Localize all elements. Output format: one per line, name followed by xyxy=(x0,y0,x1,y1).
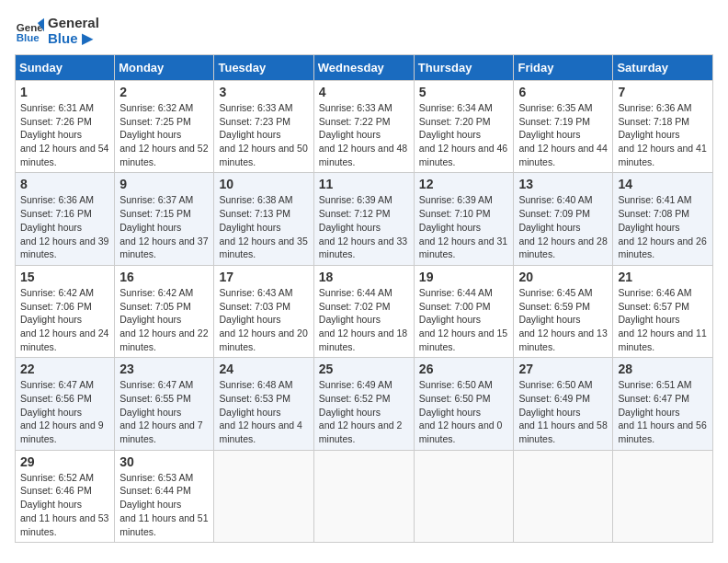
day-number: 2 xyxy=(119,85,209,99)
day-detail: Sunrise: 6:31 AMSunset: 7:26 PMDaylight … xyxy=(20,102,108,167)
day-detail: Sunrise: 6:36 AMSunset: 7:16 PMDaylight … xyxy=(20,194,108,259)
calendar-cell: 19 Sunrise: 6:44 AMSunset: 7:00 PMDaylig… xyxy=(414,265,514,357)
day-number: 14 xyxy=(618,177,708,191)
calendar-cell xyxy=(214,450,313,542)
day-number: 30 xyxy=(119,454,209,469)
calendar-cell xyxy=(613,450,713,542)
calendar-cell: 13 Sunrise: 6:40 AMSunset: 7:09 PMDaylig… xyxy=(514,173,613,265)
day-detail: Sunrise: 6:44 AMSunset: 7:02 PMDaylight … xyxy=(319,287,407,352)
day-detail: Sunrise: 6:35 AMSunset: 7:19 PMDaylight … xyxy=(518,102,607,167)
col-thursday: Thursday xyxy=(414,55,514,81)
day-detail: Sunrise: 6:33 AMSunset: 7:22 PMDaylight … xyxy=(319,102,407,167)
day-number: 12 xyxy=(419,177,509,191)
day-number: 22 xyxy=(20,362,109,376)
calendar-cell: 28 Sunrise: 6:51 AMSunset: 6:47 PMDaylig… xyxy=(613,358,713,450)
day-detail: Sunrise: 6:41 AMSunset: 7:08 PMDaylight … xyxy=(618,194,706,259)
calendar-cell: 10 Sunrise: 6:38 AMSunset: 7:13 PMDaylig… xyxy=(214,173,313,265)
calendar-cell: 11 Sunrise: 6:39 AMSunset: 7:12 PMDaylig… xyxy=(313,173,414,265)
day-number: 24 xyxy=(219,362,308,376)
col-tuesday: Tuesday xyxy=(214,55,313,81)
calendar-cell: 9 Sunrise: 6:37 AMSunset: 7:15 PMDayligh… xyxy=(115,173,214,265)
day-detail: Sunrise: 6:39 AMSunset: 7:10 PMDaylight … xyxy=(419,194,507,259)
logo-icon: General Blue xyxy=(15,17,44,46)
day-number: 8 xyxy=(20,177,109,191)
calendar-cell: 12 Sunrise: 6:39 AMSunset: 7:10 PMDaylig… xyxy=(414,173,514,265)
day-number: 26 xyxy=(419,362,509,376)
calendar-cell: 4 Sunrise: 6:33 AMSunset: 7:22 PMDayligh… xyxy=(313,81,414,173)
calendar-cell: 23 Sunrise: 6:47 AMSunset: 6:55 PMDaylig… xyxy=(115,358,214,450)
logo: General Blue General Blue ▶ xyxy=(15,15,99,47)
calendar-cell: 1 Sunrise: 6:31 AMSunset: 7:26 PMDayligh… xyxy=(16,81,115,173)
col-wednesday: Wednesday xyxy=(313,55,414,81)
calendar-cell: 7 Sunrise: 6:36 AMSunset: 7:18 PMDayligh… xyxy=(613,81,713,173)
calendar-cell: 6 Sunrise: 6:35 AMSunset: 7:19 PMDayligh… xyxy=(514,81,613,173)
day-detail: Sunrise: 6:45 AMSunset: 6:59 PMDaylight … xyxy=(518,287,607,352)
day-detail: Sunrise: 6:43 AMSunset: 7:03 PMDaylight … xyxy=(219,287,307,352)
day-number: 15 xyxy=(20,270,109,284)
calendar-cell: 24 Sunrise: 6:48 AMSunset: 6:53 PMDaylig… xyxy=(214,358,313,450)
day-number: 16 xyxy=(119,270,209,284)
col-friday: Friday xyxy=(514,55,613,81)
day-number: 6 xyxy=(518,85,608,99)
day-number: 17 xyxy=(219,270,308,284)
day-detail: Sunrise: 6:47 AMSunset: 6:55 PMDaylight … xyxy=(119,379,203,444)
col-monday: Monday xyxy=(115,55,214,81)
day-number: 5 xyxy=(419,85,509,99)
calendar-cell: 17 Sunrise: 6:43 AMSunset: 7:03 PMDaylig… xyxy=(214,265,313,357)
day-number: 27 xyxy=(518,362,608,376)
calendar-cell: 29 Sunrise: 6:52 AMSunset: 6:46 PMDaylig… xyxy=(16,450,115,542)
calendar-cell: 30 Sunrise: 6:53 AMSunset: 6:44 PMDaylig… xyxy=(115,450,214,542)
day-number: 7 xyxy=(618,85,708,99)
day-detail: Sunrise: 6:51 AMSunset: 6:47 PMDaylight … xyxy=(618,379,706,444)
day-detail: Sunrise: 6:49 AMSunset: 6:52 PMDaylight … xyxy=(319,379,403,444)
day-number: 9 xyxy=(119,177,209,191)
calendar-cell: 16 Sunrise: 6:42 AMSunset: 7:05 PMDaylig… xyxy=(115,265,214,357)
calendar-cell: 8 Sunrise: 6:36 AMSunset: 7:16 PMDayligh… xyxy=(16,173,115,265)
day-detail: Sunrise: 6:37 AMSunset: 7:15 PMDaylight … xyxy=(119,194,208,259)
calendar-cell: 25 Sunrise: 6:49 AMSunset: 6:52 PMDaylig… xyxy=(313,358,414,450)
day-detail: Sunrise: 6:50 AMSunset: 6:49 PMDaylight … xyxy=(518,379,607,444)
day-number: 29 xyxy=(20,454,109,469)
day-detail: Sunrise: 6:47 AMSunset: 6:56 PMDaylight … xyxy=(20,379,104,444)
day-detail: Sunrise: 6:42 AMSunset: 7:06 PMDaylight … xyxy=(20,287,108,352)
calendar-cell: 3 Sunrise: 6:33 AMSunset: 7:23 PMDayligh… xyxy=(214,81,313,173)
day-detail: Sunrise: 6:32 AMSunset: 7:25 PMDaylight … xyxy=(119,102,208,167)
day-detail: Sunrise: 6:33 AMSunset: 7:23 PMDaylight … xyxy=(219,102,307,167)
day-detail: Sunrise: 6:40 AMSunset: 7:09 PMDaylight … xyxy=(518,194,607,259)
calendar-cell: 26 Sunrise: 6:50 AMSunset: 6:50 PMDaylig… xyxy=(414,358,514,450)
day-number: 28 xyxy=(618,362,708,376)
logo-general: General xyxy=(48,15,99,30)
calendar-cell: 2 Sunrise: 6:32 AMSunset: 7:25 PMDayligh… xyxy=(115,81,214,173)
day-number: 10 xyxy=(219,177,308,191)
day-number: 19 xyxy=(419,270,509,284)
calendar-table: SundayMondayTuesdayWednesdayThursdayFrid… xyxy=(15,54,713,543)
day-number: 21 xyxy=(618,270,708,284)
calendar-cell: 21 Sunrise: 6:46 AMSunset: 6:57 PMDaylig… xyxy=(613,265,713,357)
day-number: 25 xyxy=(319,362,409,376)
day-detail: Sunrise: 6:34 AMSunset: 7:20 PMDaylight … xyxy=(419,102,507,167)
day-number: 4 xyxy=(319,85,409,99)
svg-text:Blue: Blue xyxy=(17,31,40,42)
day-detail: Sunrise: 6:53 AMSunset: 6:44 PMDaylight … xyxy=(119,472,208,537)
day-number: 13 xyxy=(518,177,608,191)
day-number: 3 xyxy=(219,85,308,99)
day-detail: Sunrise: 6:48 AMSunset: 6:53 PMDaylight … xyxy=(219,379,302,444)
day-number: 20 xyxy=(518,270,608,284)
calendar-cell: 5 Sunrise: 6:34 AMSunset: 7:20 PMDayligh… xyxy=(414,81,514,173)
calendar-cell: 15 Sunrise: 6:42 AMSunset: 7:06 PMDaylig… xyxy=(16,265,115,357)
day-detail: Sunrise: 6:38 AMSunset: 7:13 PMDaylight … xyxy=(219,194,307,259)
day-detail: Sunrise: 6:52 AMSunset: 6:46 PMDaylight … xyxy=(20,472,108,537)
col-saturday: Saturday xyxy=(613,55,713,81)
day-number: 18 xyxy=(319,270,409,284)
day-detail: Sunrise: 6:44 AMSunset: 7:00 PMDaylight … xyxy=(419,287,507,352)
day-detail: Sunrise: 6:42 AMSunset: 7:05 PMDaylight … xyxy=(119,287,208,352)
day-detail: Sunrise: 6:46 AMSunset: 6:57 PMDaylight … xyxy=(618,287,706,352)
day-detail: Sunrise: 6:36 AMSunset: 7:18 PMDaylight … xyxy=(618,102,706,167)
calendar-cell: 20 Sunrise: 6:45 AMSunset: 6:59 PMDaylig… xyxy=(514,265,613,357)
day-detail: Sunrise: 6:39 AMSunset: 7:12 PMDaylight … xyxy=(319,194,407,259)
day-detail: Sunrise: 6:50 AMSunset: 6:50 PMDaylight … xyxy=(419,379,503,444)
calendar-cell: 22 Sunrise: 6:47 AMSunset: 6:56 PMDaylig… xyxy=(16,358,115,450)
calendar-cell: 27 Sunrise: 6:50 AMSunset: 6:49 PMDaylig… xyxy=(514,358,613,450)
day-number: 23 xyxy=(119,362,209,376)
col-sunday: Sunday xyxy=(16,55,115,81)
